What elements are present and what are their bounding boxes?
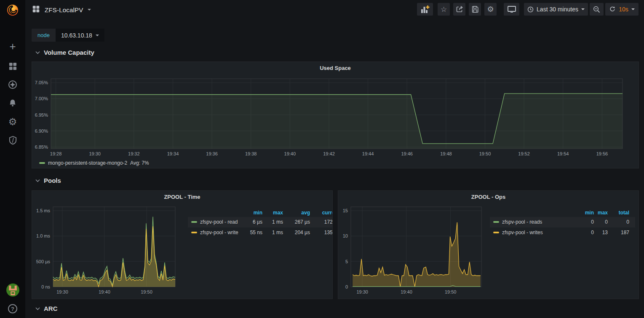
time-range-picker[interactable]: Last 30 minutes [524, 3, 588, 16]
dashboard-title-group[interactable]: ZFS-LocalPV [32, 0, 91, 19]
zpool-ops-legend: min max total zfspv-pool - reads 0 0 0 z… [490, 208, 635, 238]
legend-row: zfspv-pool - read 6 µs 1 ms 267 µs 172 µ… [188, 217, 333, 227]
dashboard-title: ZFS-LocalPV [45, 6, 83, 13]
legend-col-min[interactable]: min [585, 208, 594, 217]
refresh-picker[interactable]: 10s [605, 3, 639, 16]
legend-value-min: 0 [591, 217, 594, 227]
svg-text:19:56: 19:56 [596, 151, 608, 156]
explore-compass-icon[interactable] [0, 80, 25, 89]
svg-text:19:50: 19:50 [479, 151, 491, 156]
panel-title[interactable]: ZPOOL - Ops [338, 194, 639, 200]
legend-col-max[interactable]: max [273, 208, 283, 217]
dashboard-settings-button[interactable]: ⚙ [484, 3, 497, 16]
legend-col-max[interactable]: max [598, 208, 608, 217]
section-volume-capacity[interactable]: Volume Capacity [35, 49, 94, 56]
series-name[interactable]: zfspv-pool - writes [502, 227, 543, 238]
zoom-out-time-button[interactable] [590, 3, 604, 16]
series-name[interactable]: zfspv-pool - read [200, 217, 238, 227]
svg-text:19:40: 19:40 [99, 289, 110, 294]
zpool-ops-chart[interactable]: 05101519:3019:4019:50 [338, 191, 639, 299]
svg-text:19:46: 19:46 [401, 151, 413, 156]
series-name[interactable]: zfspv-pool - reads [502, 217, 542, 227]
svg-text:1.5 ms: 1.5 ms [36, 208, 51, 213]
star-dashboard-button[interactable]: ☆ [438, 3, 450, 16]
svg-text:19:54: 19:54 [557, 151, 569, 156]
legend-value-avg: 204 µs [295, 227, 310, 238]
share-dashboard-button[interactable] [453, 3, 465, 16]
server-admin-shield-icon[interactable] [0, 136, 25, 145]
configuration-gear-icon[interactable]: ⚙ [0, 117, 25, 126]
legend-value-min: 0 [591, 227, 594, 238]
legend-value-total: 187 [621, 227, 629, 238]
svg-text:10: 10 [343, 233, 348, 238]
svg-text:7.05%: 7.05% [35, 80, 48, 85]
refresh-interval-label: 10s [619, 6, 628, 13]
svg-text:19:44: 19:44 [362, 151, 374, 156]
panel-title[interactable]: ZPOOL - Time [32, 194, 332, 200]
section-label: Pools [44, 177, 61, 184]
svg-text:6.95%: 6.95% [35, 112, 48, 118]
series-name[interactable]: mongo-persistent-storage-mongo-2 [48, 160, 127, 166]
navbar: ZFS-LocalPV ☆ ⚙ [25, 0, 644, 19]
series-swatch [493, 221, 499, 223]
legend-col-avg[interactable]: avg [301, 208, 310, 217]
legend-value-avg: 267 µs [295, 217, 310, 227]
chevron-down-icon [35, 307, 40, 310]
legend-value-max: 1 ms [272, 227, 283, 238]
svg-text:7.00%: 7.00% [35, 96, 48, 101]
used-space-chart[interactable]: 6.85%6.90%6.95%7.00%7.05%19:2819:3019:32… [32, 62, 639, 168]
panel-zpool-time: ZPOOL - Time 0 ns500 µs1.0 ms1.5 ms19:30… [32, 190, 333, 299]
panel-used-space: Used Space 6.85%6.90%6.95%7.00%7.05%19:2… [32, 61, 639, 168]
grafana-logo-icon[interactable] [0, 3, 25, 18]
legend-value-max: 13 [602, 227, 608, 238]
variable-value: 10.63.10.18 [61, 32, 92, 39]
variable-label: node [32, 29, 56, 42]
legend-col-total[interactable]: total [619, 208, 629, 217]
alerting-bell-icon[interactable] [0, 99, 25, 108]
svg-text:19:40: 19:40 [401, 289, 412, 294]
star-icon: ☆ [441, 6, 447, 13]
series-name[interactable]: zfspv-pool - write [200, 227, 238, 238]
sidebar: + ⚙ ? [0, 0, 25, 318]
settings-gear-icon: ⚙ [487, 5, 494, 13]
svg-text:19:30: 19:30 [89, 151, 101, 156]
variable-value-dropdown[interactable]: 10.63.10.18 [56, 29, 104, 42]
save-icon [471, 5, 479, 13]
svg-text:6.90%: 6.90% [35, 128, 48, 134]
legend-value-current: 135 µs [324, 227, 333, 238]
create-plus-icon[interactable]: + [0, 41, 25, 52]
chevron-down-icon [35, 179, 40, 182]
tv-kiosk-icon [507, 5, 516, 13]
svg-text:19:28: 19:28 [50, 151, 62, 156]
legend-value-max: 1 ms [272, 217, 283, 227]
user-avatar[interactable] [0, 283, 25, 297]
legend-row: zfspv-pool - writes 0 13 187 [490, 227, 635, 238]
section-pools[interactable]: Pools [35, 177, 61, 184]
zpool-time-chart[interactable]: 0 ns500 µs1.0 ms1.5 ms19:3019:4019:50 [32, 191, 333, 299]
svg-text:19:30: 19:30 [56, 289, 68, 294]
svg-text:1.0 ms: 1.0 ms [36, 233, 51, 238]
add-panel-button[interactable] [417, 3, 433, 16]
legend-value-min: 55 ns [250, 227, 262, 238]
clock-icon [527, 6, 534, 13]
dashboards-grid-icon[interactable] [0, 61, 25, 71]
template-variable-node: node 10.63.10.18 [32, 29, 104, 42]
svg-text:0 ns: 0 ns [41, 284, 50, 289]
help-circle-icon[interactable]: ? [0, 303, 25, 314]
apps-grid-icon [32, 5, 40, 15]
svg-text:19:50: 19:50 [445, 289, 457, 294]
legend-col-min[interactable]: min [254, 208, 262, 217]
svg-text:19:30: 19:30 [356, 289, 368, 294]
svg-text:19:48: 19:48 [440, 151, 452, 156]
legend-col-current[interactable]: current [322, 208, 333, 217]
svg-text:19:50: 19:50 [141, 289, 152, 294]
panel-title[interactable]: Used Space [32, 65, 639, 71]
cycle-view-mode-button[interactable] [504, 3, 519, 16]
svg-text:19:36: 19:36 [206, 151, 218, 156]
legend-row: zfspv-pool - reads 0 0 0 [490, 217, 635, 227]
svg-text:19:40: 19:40 [284, 151, 296, 156]
section-label: Volume Capacity [44, 49, 94, 56]
legend-value-max: 0 [605, 217, 608, 227]
section-arc[interactable]: ARC [35, 305, 58, 312]
save-dashboard-button[interactable] [469, 3, 481, 16]
